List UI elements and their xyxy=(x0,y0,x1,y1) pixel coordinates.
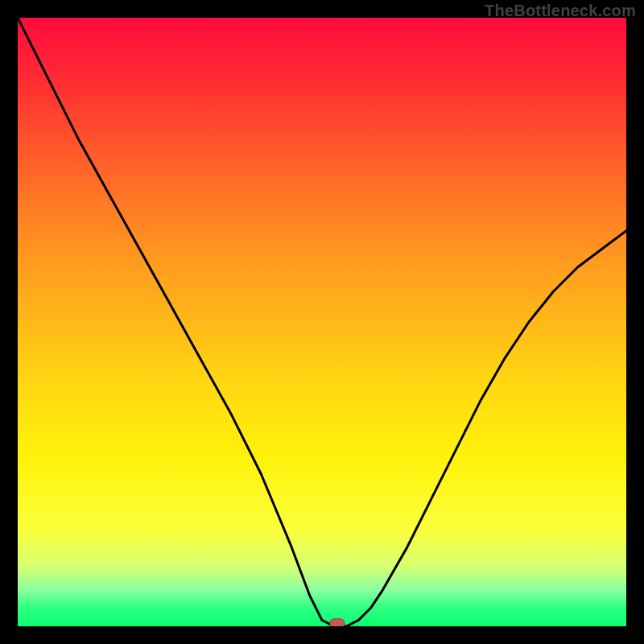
attribution-label: TheBottleneck.com xyxy=(485,2,636,20)
chart-plot-area xyxy=(18,18,626,626)
bottleneck-curve xyxy=(18,18,626,626)
chart-frame: TheBottleneck.com xyxy=(0,0,644,644)
chart-svg xyxy=(18,18,626,626)
minimum-marker xyxy=(330,619,345,626)
